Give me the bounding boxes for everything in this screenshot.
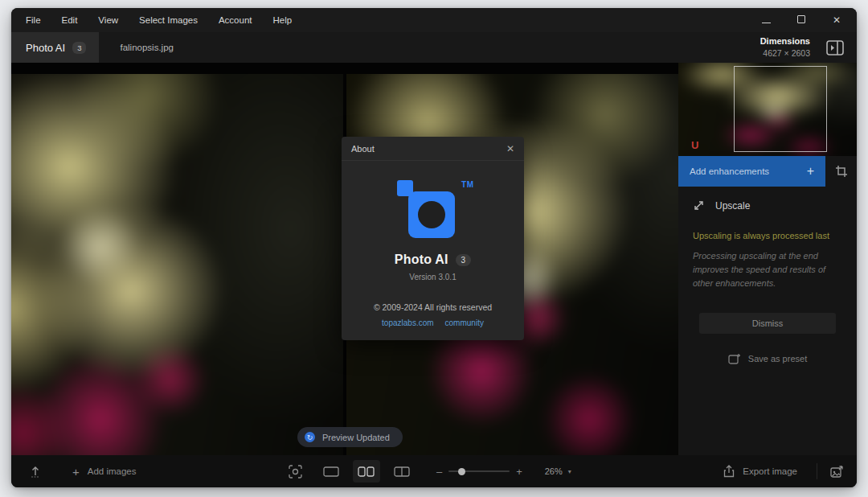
topazlabs-link[interactable]: topazlabs.com	[382, 318, 433, 327]
toolbar-divider	[817, 463, 817, 479]
logo-small-square	[397, 180, 413, 196]
menu-edit[interactable]: Edit	[62, 15, 78, 25]
chevron-down-icon: ▾	[568, 468, 571, 475]
window-controls: ✕	[760, 14, 842, 26]
export-settings-button[interactable]	[830, 466, 844, 478]
dialog-app-name: Photo AI	[395, 253, 448, 267]
single-view-icon	[323, 466, 339, 477]
mirror-view-button[interactable]	[388, 460, 416, 483]
thumbnail-badge: U	[691, 139, 698, 151]
toast-label: Preview Updated	[322, 433, 390, 442]
upscale-notice: Upscaling is always processed last Proce…	[678, 220, 857, 290]
add-enhancements-button[interactable]: Add enhancements +	[678, 156, 825, 187]
export-image-button[interactable]: Export image	[717, 465, 804, 478]
dialog-version: Version 3.0.1	[409, 273, 456, 281]
dialog-close-icon[interactable]: ✕	[506, 143, 514, 154]
preview-original-image[interactable]	[11, 74, 343, 455]
dismiss-button[interactable]: Dismiss	[699, 313, 836, 334]
mirror-view-icon	[394, 466, 410, 477]
minimize-icon[interactable]	[760, 14, 772, 26]
focus-icon	[289, 465, 302, 479]
bottom-toolbar: + Add images	[11, 455, 857, 487]
export-image-label: Export image	[743, 466, 797, 476]
menu-help[interactable]: Help	[273, 15, 293, 25]
export-icon	[723, 465, 735, 478]
app-version-badge: 3	[72, 42, 86, 54]
navigator-thumbnail[interactable]: U	[678, 63, 857, 156]
add-images-button[interactable]: + Add images	[72, 465, 137, 479]
app-title: Photo AI	[26, 42, 65, 54]
plus-icon: +	[807, 164, 814, 179]
dialog-links: topazlabs.com community	[382, 318, 484, 327]
preview-updated-toast: ↻ Preview Updated	[297, 427, 403, 447]
image-export-icon	[830, 466, 844, 478]
tab-file[interactable]: falinopsis.jpg	[99, 32, 194, 63]
menu-view[interactable]: View	[98, 15, 118, 25]
logo-circle	[418, 201, 445, 228]
topaz-logo: TM	[402, 187, 465, 238]
toolbar-right: Export image	[717, 463, 844, 479]
crop-icon	[835, 165, 848, 178]
close-icon[interactable]: ✕	[831, 14, 842, 26]
about-dialog: About ✕ TM Photo AI 3 Versio	[342, 137, 524, 340]
add-images-label: Add images	[88, 466, 137, 476]
upload-icon	[29, 465, 42, 478]
upscale-icon	[693, 199, 705, 212]
menu-account[interactable]: Account	[219, 15, 252, 25]
panel-toggle-icon	[826, 40, 844, 55]
menu-items: File Edit View Select Images Account Hel…	[26, 15, 292, 25]
toolbar-left: + Add images	[29, 465, 137, 479]
save-preset-button[interactable]: Save as preset	[678, 353, 857, 364]
about-dialog-title: About	[351, 144, 375, 154]
save-preset-label: Save as preset	[748, 354, 807, 364]
zoom-slider-track[interactable]	[448, 470, 510, 472]
logo-square	[408, 191, 455, 238]
about-dialog-body: TM Photo AI 3 Version 3.0.1 © 2009-2024 …	[342, 161, 524, 340]
zoom-level-value: 26%	[545, 466, 563, 476]
dimensions-label: Dimensions	[760, 35, 810, 47]
about-dialog-header: About ✕	[342, 137, 524, 161]
right-panel: U Add enhancements +	[678, 63, 857, 455]
split-view-button[interactable]	[353, 460, 380, 483]
upload-button[interactable]	[29, 465, 42, 478]
panel-toggle-button[interactable]	[821, 35, 849, 60]
refresh-icon: ↻	[305, 432, 315, 442]
tab-bar: Photo AI 3 falinopsis.jpg Dimensions 462…	[11, 32, 857, 63]
dimensions-info: Dimensions 4627 × 2603	[760, 35, 810, 59]
file-name: falinopsis.jpg	[120, 43, 173, 52]
plus-icon: +	[72, 465, 80, 479]
image-canvas: ↻ Preview Updated About ✕ TM	[11, 63, 678, 455]
split-view-icon	[358, 466, 375, 477]
upscale-section[interactable]: Upscale	[678, 187, 857, 220]
dialog-copyright: © 2009-2024 All rights reserved	[374, 302, 492, 312]
community-link[interactable]: community	[445, 318, 484, 327]
tab-photo-ai[interactable]: Photo AI 3	[11, 32, 99, 63]
dialog-app-line: Photo AI 3	[395, 253, 471, 267]
notice-body: Processing upscaling at the end improves…	[693, 249, 842, 290]
trademark-label: TM	[461, 180, 473, 189]
app-window: File Edit View Select Images Account Hel…	[11, 8, 857, 487]
dimensions-value: 4627 × 2603	[760, 47, 810, 59]
main-area: ↻ Preview Updated About ✕ TM	[11, 63, 857, 455]
menu-bar: File Edit View Select Images Account Hel…	[11, 8, 857, 32]
dialog-app-badge: 3	[456, 254, 472, 266]
zoom-slider: – +	[436, 466, 522, 478]
single-view-button[interactable]	[317, 460, 345, 483]
notice-title: Upscaling is always processed last	[693, 229, 842, 243]
crop-button[interactable]	[825, 156, 857, 187]
navigator-viewport-rect[interactable]	[734, 66, 827, 152]
upscale-label: Upscale	[715, 200, 750, 212]
zoom-in-button[interactable]: +	[516, 466, 522, 478]
save-preset-icon	[728, 353, 741, 364]
maximize-icon[interactable]	[796, 14, 807, 26]
menu-file[interactable]: File	[26, 15, 41, 25]
add-enhancements-label: Add enhancements	[690, 166, 769, 176]
enhancements-row: Add enhancements +	[678, 156, 857, 187]
zoom-slider-handle[interactable]	[458, 468, 465, 475]
autopilot-focus-button[interactable]	[282, 460, 309, 483]
menu-select-images[interactable]: Select Images	[139, 15, 198, 25]
tab-bar-right: Dimensions 4627 × 2603	[760, 32, 857, 63]
zoom-level-dropdown[interactable]: 26% ▾	[545, 466, 571, 476]
view-controls: – + 26% ▾	[282, 460, 571, 483]
zoom-out-button[interactable]: –	[436, 466, 442, 478]
